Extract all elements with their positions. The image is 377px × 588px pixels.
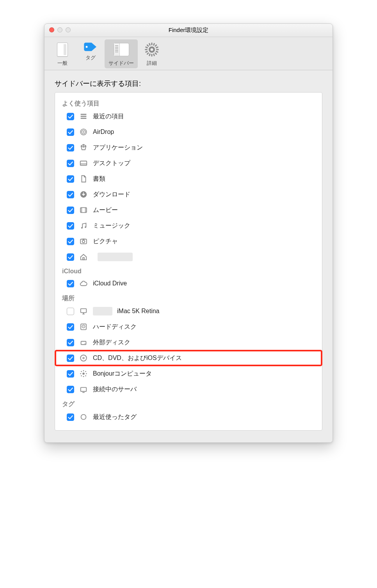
svg-point-64 — [83, 376, 84, 377]
row-label: 書類 — [93, 175, 105, 183]
applications-icon — [79, 143, 88, 152]
row-label: iMac 5K Retina — [117, 308, 160, 315]
row-checkbox[interactable] — [67, 113, 74, 120]
svg-rect-11 — [153, 43, 155, 46]
row-checkbox[interactable] — [67, 323, 74, 331]
minimize-button[interactable] — [57, 27, 62, 32]
sidebar-pref-row: 最近使ったタグ — [55, 409, 322, 425]
tag-icon — [83, 41, 98, 53]
documents-icon — [79, 174, 88, 184]
row-checkbox[interactable] — [67, 191, 74, 198]
row-label: 最近の項目 — [93, 112, 124, 121]
row-checkbox[interactable] — [67, 308, 74, 315]
row-checkbox[interactable] — [67, 413, 74, 421]
row-checkbox[interactable] — [67, 370, 74, 378]
group-header: よく使う項目 — [55, 96, 322, 109]
tab-sidebar[interactable]: サイドバー — [105, 39, 138, 68]
row-checkbox[interactable] — [67, 160, 74, 167]
bonjour-icon — [79, 369, 88, 378]
row-label: ミュージック — [93, 222, 130, 230]
imac-icon — [79, 306, 88, 316]
disc-icon — [79, 353, 88, 363]
row-checkbox[interactable] — [67, 238, 74, 245]
close-button[interactable] — [49, 27, 54, 32]
svg-point-63 — [83, 370, 84, 371]
row-checkbox[interactable] — [67, 386, 74, 393]
row-checkbox[interactable] — [67, 355, 74, 362]
row-label: CD、DVD、およびiOSデバイス — [93, 354, 182, 362]
server-icon — [79, 385, 88, 394]
home-icon — [79, 252, 88, 262]
svg-point-51 — [83, 326, 84, 327]
tab-general[interactable]: 一般 — [48, 39, 76, 68]
row-checkbox[interactable] — [67, 253, 74, 261]
movies-icon — [79, 205, 88, 215]
svg-rect-15 — [156, 46, 159, 48]
sidebar-pref-row — [55, 249, 322, 265]
svg-point-53 — [85, 343, 85, 344]
row-checkbox[interactable] — [67, 207, 74, 214]
svg-rect-3 — [151, 43, 153, 45]
svg-point-59 — [81, 375, 82, 376]
external-icon — [79, 338, 88, 347]
svg-rect-44 — [82, 239, 85, 240]
svg-rect-21 — [81, 118, 87, 119]
row-checkbox[interactable] — [67, 128, 74, 136]
svg-point-57 — [81, 371, 82, 372]
svg-rect-31 — [80, 208, 87, 213]
pictures-icon — [79, 237, 88, 246]
redacted-text — [98, 253, 133, 261]
titlebar: Finder環境設定 — [44, 24, 333, 37]
svg-rect-7 — [155, 44, 157, 47]
group-header: タグ — [55, 397, 322, 409]
tab-advanced[interactable]: 詳細 — [138, 39, 166, 68]
svg-rect-8 — [146, 52, 149, 55]
preferences-window: Finder環境設定 一般 タグ サイドバー — [44, 23, 333, 443]
row-label: iCloud Drive — [93, 280, 127, 287]
window-title: Finder環境設定 — [169, 27, 209, 34]
row-checkbox[interactable] — [67, 144, 74, 151]
preferences-toolbar: 一般 タグ サイドバー — [44, 37, 333, 70]
sidebar-icon — [113, 41, 130, 58]
row-label: アプリケーション — [93, 144, 143, 152]
sidebar-pref-row: ムービー — [55, 202, 322, 218]
svg-rect-5 — [145, 49, 148, 50]
svg-point-0 — [86, 46, 88, 48]
svg-point-43 — [82, 240, 85, 242]
svg-point-39 — [86, 211, 86, 212]
svg-point-41 — [85, 226, 86, 228]
sidebar-pref-row: iCloud Drive — [55, 276, 322, 291]
svg-rect-14 — [153, 53, 155, 57]
svg-rect-12 — [149, 53, 151, 57]
sidebar-pref-row: アプリケーション — [55, 140, 322, 155]
svg-point-35 — [81, 210, 81, 210]
svg-rect-10 — [155, 52, 157, 55]
zoom-button[interactable] — [66, 27, 71, 32]
tab-tags[interactable]: タグ — [76, 39, 105, 63]
svg-rect-46 — [81, 309, 87, 313]
tab-label: サイドバー — [108, 60, 134, 67]
sidebar-pref-row: ミュージック — [55, 218, 322, 233]
airdrop-icon — [79, 127, 88, 137]
svg-point-61 — [80, 373, 81, 374]
row-checkbox[interactable] — [67, 222, 74, 230]
tab-label: 詳細 — [147, 60, 157, 67]
row-checkbox[interactable] — [67, 280, 74, 287]
svg-point-62 — [86, 373, 87, 374]
gear-icon — [143, 41, 160, 58]
harddisk-icon — [79, 322, 88, 331]
sidebar-prefs-body: サイドバーに表示する項目: よく使う項目最近の項目AirDropアプリケーション… — [44, 70, 333, 442]
recents-icon — [79, 112, 88, 121]
row-checkbox[interactable] — [67, 339, 74, 346]
tag-outline-icon — [79, 412, 88, 422]
svg-rect-20 — [81, 116, 87, 117]
desktop-icon — [79, 159, 88, 168]
row-label: 最近使ったタグ — [93, 413, 137, 421]
sidebar-pref-row: ピクチャ — [55, 233, 322, 249]
svg-rect-6 — [156, 49, 159, 50]
svg-rect-4 — [151, 54, 153, 57]
row-checkbox[interactable] — [67, 175, 74, 183]
svg-rect-16 — [145, 51, 148, 53]
row-label: Bonjourコンピュータ — [93, 370, 152, 378]
svg-point-56 — [82, 372, 85, 375]
